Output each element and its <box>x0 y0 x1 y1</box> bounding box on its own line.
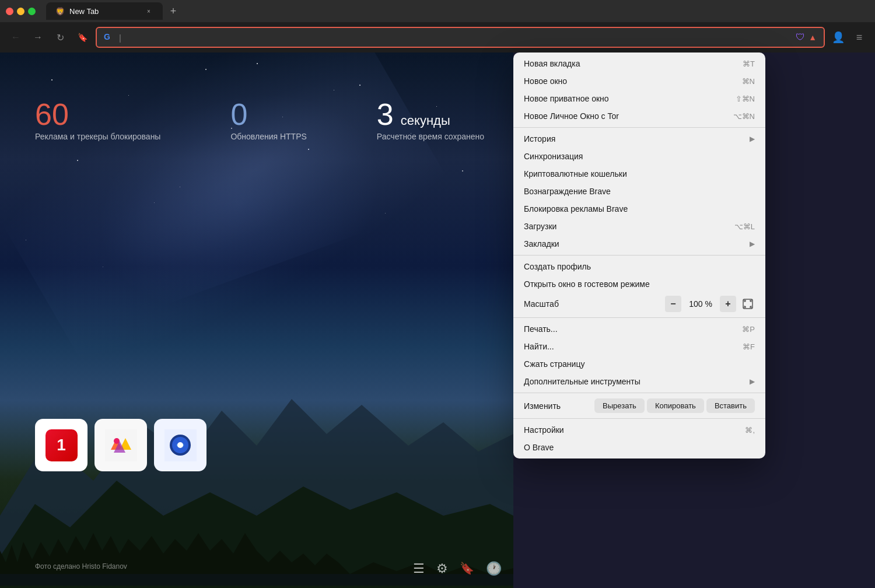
menu-print-label: Печать... <box>524 324 558 334</box>
forward-button[interactable]: → <box>29 29 47 46</box>
menu-print[interactable]: Печать... ⌘P <box>513 320 765 338</box>
bookmarks-arrow-icon: ▶ <box>750 240 755 248</box>
menu-find[interactable]: Найти... ⌘F <box>513 338 765 355</box>
menu-downloads[interactable]: Загрузки ⌥⌘L <box>513 218 765 235</box>
menu-new-private[interactable]: Новое приватное окно ⇧⌘N <box>513 90 765 107</box>
shield-icon[interactable]: 🛡 <box>796 32 805 43</box>
close-tab-button[interactable]: × <box>144 6 153 16</box>
zoom-value: 100 % <box>686 299 715 309</box>
svg-point-13 <box>177 442 183 448</box>
menu-more-tools[interactable]: Дополнительные инструменты ▶ <box>513 373 765 390</box>
stat-ads-number: 60 <box>35 99 160 130</box>
menu-compress[interactable]: Сжать страницу <box>513 355 765 373</box>
address-bar[interactable]: G 🛡 ▲ <box>96 27 825 48</box>
zoom-decrease-button[interactable]: − <box>665 296 681 312</box>
maximize-window-button[interactable] <box>28 8 36 15</box>
tab-title: New Tab <box>69 7 99 16</box>
google-icon: G <box>104 32 114 43</box>
menu-button[interactable]: ≡ <box>850 29 868 46</box>
menu-settings-label: Настройки <box>524 425 564 435</box>
divider-4 <box>513 393 765 393</box>
zoom-increase-button[interactable]: + <box>720 296 736 312</box>
menu-history-label: История <box>524 134 555 144</box>
reload-icon: ↻ <box>57 32 64 43</box>
stat-ads-label: Реклама и трекеры блокированы <box>35 132 160 141</box>
menu-bookmarks-label: Закладки <box>524 239 559 249</box>
paste-button[interactable]: Вставить <box>706 398 755 413</box>
stat-https-number: 0 <box>230 99 306 130</box>
traffic-lights <box>6 8 36 15</box>
title-bar: 🦁 New Tab × + <box>0 0 875 22</box>
divider-2 <box>513 255 765 256</box>
zoom-controls: − 100 % + <box>665 296 755 312</box>
menu-new-tor-label: Новое Личное Окно с Tor <box>524 111 619 121</box>
zoom-label: Масштаб <box>524 299 665 309</box>
menu-create-profile-label: Создать профиль <box>524 262 591 271</box>
menu-rewards[interactable]: Вознаграждение Brave <box>513 183 765 200</box>
minimize-window-button[interactable] <box>17 8 24 15</box>
menu-new-window-label: Новое окно <box>524 76 567 86</box>
toolbar: ← → ↻ 🔖 G 🛡 ▲ 👤 ≡ <box>0 22 875 52</box>
bottom-toolbar: ☰ ⚙ 🔖 🕐 <box>413 561 502 576</box>
menu-new-tor[interactable]: Новое Личное Окно с Tor ⌥⌘N <box>513 107 765 125</box>
menu-new-window-shortcut: ⌘N <box>742 77 755 86</box>
shortcut-1tv-icon: 1 <box>46 429 78 461</box>
back-button[interactable]: ← <box>7 29 24 46</box>
edit-row: Изменить Вырезать Копировать Вставить <box>513 396 765 416</box>
copy-button[interactable]: Копировать <box>647 398 704 413</box>
menu-downloads-shortcut: ⌥⌘L <box>734 222 755 231</box>
menu-guest[interactable]: Открыть окно в гостевом режиме <box>513 275 765 293</box>
shortcut-1tv[interactable]: 1 <box>35 419 88 471</box>
menu-history[interactable]: История ▶ <box>513 130 765 148</box>
menu-new-window[interactable]: Новое окно ⌘N <box>513 72 765 90</box>
toolbar-right: 👤 ≡ <box>830 29 868 46</box>
menu-create-profile[interactable]: Создать профиль <box>513 258 765 275</box>
history-arrow-icon: ▶ <box>750 135 755 143</box>
stat-time-unit: секунды <box>401 113 450 128</box>
bookmark-icon: 🔖 <box>78 33 88 42</box>
hamburger-icon: ≡ <box>856 32 863 44</box>
stat-time-row: 3 секунды <box>377 99 484 130</box>
menu-bookmarks[interactable]: Закладки ▶ <box>513 235 765 253</box>
zoom-fullscreen-button[interactable] <box>741 297 755 311</box>
settings-gear-icon[interactable]: ⚙ <box>436 561 448 576</box>
menu-sync-label: Синхронизация <box>524 152 583 161</box>
shortcut-2[interactable] <box>94 419 147 471</box>
bookmarks-icon[interactable]: 🔖 <box>460 561 474 576</box>
history-clock-icon[interactable]: 🕐 <box>486 561 502 576</box>
customize-icon[interactable]: ☰ <box>413 561 425 576</box>
menu-settings[interactable]: Настройки ⌘, <box>513 421 765 439</box>
menu-new-tab[interactable]: Новая вкладка ⌘T <box>513 55 765 72</box>
menu-new-tab-shortcut: ⌘T <box>743 60 755 68</box>
menu-new-private-shortcut: ⇧⌘N <box>736 94 755 103</box>
brave-rewards-icon[interactable]: ▲ <box>808 33 817 42</box>
menu-about-label: О Brave <box>524 443 554 452</box>
divider-3 <box>513 317 765 318</box>
active-tab[interactable]: 🦁 New Tab × <box>46 2 163 20</box>
menu-rewards-label: Вознаграждение Brave <box>524 187 611 196</box>
edit-label: Изменить <box>524 401 592 411</box>
new-tab-button[interactable]: + <box>165 3 181 19</box>
menu-shields[interactable]: Блокировка рекламы Brave <box>513 200 765 218</box>
cut-button[interactable]: Вырезать <box>594 398 645 413</box>
stat-time: 3 секунды Расчетное время сохранено <box>377 99 484 141</box>
bookmark-button[interactable]: 🔖 <box>74 29 91 46</box>
menu-wallets[interactable]: Криптовалютные кошельки <box>513 165 765 183</box>
menu-find-shortcut: ⌘F <box>743 342 755 351</box>
profile-button[interactable]: 👤 <box>830 29 847 46</box>
tab-bar: 🦁 New Tab × + <box>46 2 869 20</box>
address-input[interactable] <box>119 33 791 43</box>
menu-more-tools-label: Дополнительные инструменты <box>524 377 640 386</box>
shortcuts-section: 1 <box>35 419 206 471</box>
menu-sync[interactable]: Синхронизация <box>513 148 765 165</box>
stat-https-label: Обновления HTTPS <box>230 132 306 141</box>
shortcut-notesnook[interactable] <box>154 419 206 471</box>
menu-wallets-label: Криптовалютные кошельки <box>524 169 627 178</box>
close-window-button[interactable] <box>6 8 13 15</box>
tab-favicon: 🦁 <box>55 7 65 16</box>
stat-time-number: 3 <box>377 99 394 130</box>
menu-settings-shortcut: ⌘, <box>745 426 755 435</box>
menu-about[interactable]: О Brave <box>513 439 765 456</box>
reload-button[interactable]: ↻ <box>51 29 69 46</box>
forward-icon: → <box>33 32 43 43</box>
